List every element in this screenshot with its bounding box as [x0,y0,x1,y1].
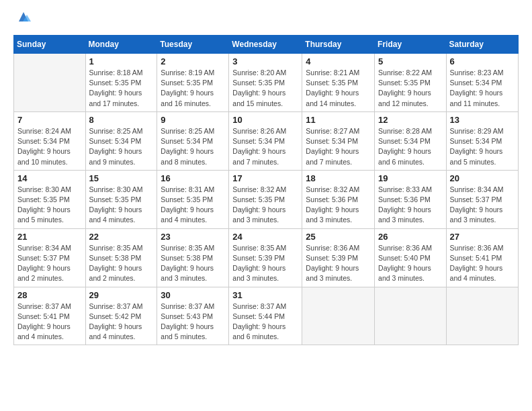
day-info: Sunrise: 8:37 AM Sunset: 5:42 PM Dayligh… [89,302,154,342]
day-number: 14 [17,173,82,183]
weekday-header-wednesday: Wednesday [229,36,302,54]
calendar-cell: 16Sunrise: 8:31 AM Sunset: 5:35 PM Dayli… [157,170,229,228]
header [13,12,519,27]
day-info: Sunrise: 8:21 AM Sunset: 5:35 PM Dayligh… [306,68,371,109]
calendar-cell: 24Sunrise: 8:35 AM Sunset: 5:39 PM Dayli… [229,228,302,287]
day-number: 21 [17,232,82,242]
calendar-cell: 12Sunrise: 8:28 AM Sunset: 5:34 PM Dayli… [375,111,447,170]
calendar-week-3: 14Sunrise: 8:30 AM Sunset: 5:35 PM Dayli… [14,170,519,228]
calendar-cell [302,287,375,345]
day-number: 27 [450,232,515,242]
logo-icon [16,9,31,24]
day-number: 2 [161,56,225,66]
day-number: 20 [450,173,515,183]
calendar-cell: 26Sunrise: 8:36 AM Sunset: 5:40 PM Dayli… [375,228,447,287]
day-info: Sunrise: 8:37 AM Sunset: 5:41 PM Dayligh… [17,302,82,342]
weekday-header-thursday: Thursday [302,36,375,54]
day-number: 16 [161,173,225,183]
calendar-cell: 19Sunrise: 8:33 AM Sunset: 5:36 PM Dayli… [375,170,447,228]
calendar-cell: 21Sunrise: 8:34 AM Sunset: 5:37 PM Dayli… [14,228,86,287]
day-info: Sunrise: 8:30 AM Sunset: 5:35 PM Dayligh… [17,185,82,226]
calendar-cell [14,54,86,112]
calendar-cell [446,287,518,345]
day-info: Sunrise: 8:30 AM Sunset: 5:35 PM Dayligh… [89,185,154,226]
day-info: Sunrise: 8:35 AM Sunset: 5:38 PM Dayligh… [89,243,154,284]
calendar-cell [375,287,447,345]
calendar-cell: 1Sunrise: 8:18 AM Sunset: 5:35 PM Daylig… [85,54,157,112]
calendar-cell: 27Sunrise: 8:36 AM Sunset: 5:41 PM Dayli… [446,228,518,287]
calendar-cell: 3Sunrise: 8:20 AM Sunset: 5:35 PM Daylig… [229,54,302,112]
weekday-header-friday: Friday [375,36,447,54]
day-number: 31 [232,290,298,300]
day-info: Sunrise: 8:24 AM Sunset: 5:34 PM Dayligh… [17,126,82,167]
calendar-cell: 5Sunrise: 8:22 AM Sunset: 5:35 PM Daylig… [375,54,447,112]
calendar-cell: 22Sunrise: 8:35 AM Sunset: 5:38 PM Dayli… [85,228,157,287]
calendar-cell: 29Sunrise: 8:37 AM Sunset: 5:42 PM Dayli… [85,287,157,345]
calendar-cell: 13Sunrise: 8:29 AM Sunset: 5:34 PM Dayli… [446,111,518,170]
day-number: 26 [378,232,443,242]
calendar-cell: 31Sunrise: 8:37 AM Sunset: 5:44 PM Dayli… [229,287,302,345]
day-number: 25 [306,232,371,242]
day-number: 23 [161,232,225,242]
weekday-header-row: SundayMondayTuesdayWednesdayThursdayFrid… [14,36,519,54]
day-number: 28 [17,290,82,300]
day-number: 13 [450,115,515,125]
calendar-cell: 7Sunrise: 8:24 AM Sunset: 5:34 PM Daylig… [14,111,86,170]
day-info: Sunrise: 8:26 AM Sunset: 5:34 PM Dayligh… [232,126,298,167]
day-info: Sunrise: 8:25 AM Sunset: 5:34 PM Dayligh… [89,126,154,167]
day-info: Sunrise: 8:36 AM Sunset: 5:39 PM Dayligh… [306,243,371,284]
day-info: Sunrise: 8:34 AM Sunset: 5:37 PM Dayligh… [450,185,515,226]
calendar-cell: 23Sunrise: 8:35 AM Sunset: 5:38 PM Dayli… [157,228,229,287]
day-number: 11 [306,115,371,125]
weekday-header-saturday: Saturday [446,36,518,54]
day-number: 22 [89,232,154,242]
calendar-week-2: 7Sunrise: 8:24 AM Sunset: 5:34 PM Daylig… [14,111,519,170]
day-info: Sunrise: 8:33 AM Sunset: 5:36 PM Dayligh… [378,185,443,226]
day-info: Sunrise: 8:35 AM Sunset: 5:38 PM Dayligh… [161,243,225,284]
calendar-cell: 15Sunrise: 8:30 AM Sunset: 5:35 PM Dayli… [85,170,157,228]
day-number: 12 [378,115,443,125]
calendar-week-5: 28Sunrise: 8:37 AM Sunset: 5:41 PM Dayli… [14,287,519,345]
day-info: Sunrise: 8:20 AM Sunset: 5:35 PM Dayligh… [232,68,298,109]
day-number: 15 [89,173,154,183]
day-number: 1 [89,56,154,66]
day-number: 18 [306,173,371,183]
page: SundayMondayTuesdayWednesdayThursdayFrid… [0,0,532,411]
day-info: Sunrise: 8:32 AM Sunset: 5:35 PM Dayligh… [232,185,298,226]
day-info: Sunrise: 8:36 AM Sunset: 5:40 PM Dayligh… [378,243,443,284]
calendar-cell: 28Sunrise: 8:37 AM Sunset: 5:41 PM Dayli… [14,287,86,345]
day-info: Sunrise: 8:37 AM Sunset: 5:44 PM Dayligh… [232,302,298,342]
logo [13,12,31,27]
calendar-cell: 8Sunrise: 8:25 AM Sunset: 5:34 PM Daylig… [85,111,157,170]
day-info: Sunrise: 8:19 AM Sunset: 5:35 PM Dayligh… [161,68,225,109]
calendar-week-1: 1Sunrise: 8:18 AM Sunset: 5:35 PM Daylig… [14,54,519,112]
day-info: Sunrise: 8:34 AM Sunset: 5:37 PM Dayligh… [17,243,82,284]
day-number: 10 [232,115,298,125]
day-info: Sunrise: 8:36 AM Sunset: 5:41 PM Dayligh… [450,243,515,284]
day-number: 7 [17,115,82,125]
calendar-cell: 30Sunrise: 8:37 AM Sunset: 5:43 PM Dayli… [157,287,229,345]
day-info: Sunrise: 8:22 AM Sunset: 5:35 PM Dayligh… [378,68,443,109]
day-number: 24 [232,232,298,242]
day-number: 4 [306,56,371,66]
day-info: Sunrise: 8:29 AM Sunset: 5:34 PM Dayligh… [450,126,515,167]
calendar-table: SundayMondayTuesdayWednesdayThursdayFrid… [13,35,519,345]
calendar-cell: 11Sunrise: 8:27 AM Sunset: 5:34 PM Dayli… [302,111,375,170]
calendar-cell: 10Sunrise: 8:26 AM Sunset: 5:34 PM Dayli… [229,111,302,170]
weekday-header-sunday: Sunday [14,36,86,54]
calendar-cell: 4Sunrise: 8:21 AM Sunset: 5:35 PM Daylig… [302,54,375,112]
day-number: 19 [378,173,443,183]
day-info: Sunrise: 8:18 AM Sunset: 5:35 PM Dayligh… [89,68,154,109]
calendar-cell: 14Sunrise: 8:30 AM Sunset: 5:35 PM Dayli… [14,170,86,228]
calendar-cell: 18Sunrise: 8:32 AM Sunset: 5:36 PM Dayli… [302,170,375,228]
day-info: Sunrise: 8:23 AM Sunset: 5:34 PM Dayligh… [450,68,515,109]
calendar-cell: 17Sunrise: 8:32 AM Sunset: 5:35 PM Dayli… [229,170,302,228]
weekday-header-tuesday: Tuesday [157,36,229,54]
day-info: Sunrise: 8:28 AM Sunset: 5:34 PM Dayligh… [378,126,443,167]
day-info: Sunrise: 8:25 AM Sunset: 5:34 PM Dayligh… [161,126,225,167]
day-info: Sunrise: 8:35 AM Sunset: 5:39 PM Dayligh… [232,243,298,284]
day-number: 30 [161,290,225,300]
day-number: 5 [378,56,443,66]
day-info: Sunrise: 8:27 AM Sunset: 5:34 PM Dayligh… [306,126,371,167]
day-info: Sunrise: 8:31 AM Sunset: 5:35 PM Dayligh… [161,185,225,226]
